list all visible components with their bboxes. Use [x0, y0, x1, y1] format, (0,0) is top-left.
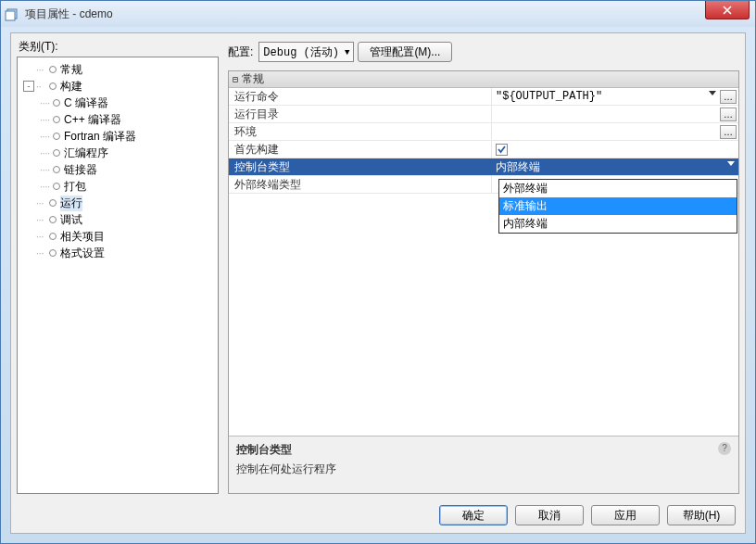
config-row: 配置: Debug (活动) ▼ 管理配置(M)... [228, 39, 739, 65]
prop-env[interactable]: 环境 … [229, 123, 738, 141]
tree-item-linker[interactable]: ····链接器 [36, 161, 216, 178]
browse-button[interactable]: … [720, 108, 737, 121]
dialog-buttons: 确定 取消 应用 帮助(H) [439, 505, 736, 525]
tree-item-debug[interactable]: ···调试 [19, 211, 216, 228]
tree-item-packager[interactable]: ····打包 [36, 178, 216, 195]
config-select[interactable]: Debug (活动) ▼ [258, 42, 354, 62]
chevron-down-icon: ▼ [345, 47, 349, 57]
dialog-window: 项目属性 - cdemo 类别(T): ···常规 -··构建 ····C 编译… [0, 0, 756, 544]
tree-item-cpp-compiler[interactable]: ····C++ 编译器 [36, 111, 216, 128]
chevron-down-icon[interactable] [709, 91, 716, 95]
dropdown-option-internal[interactable]: 内部终端 [499, 215, 737, 233]
browse-button[interactable]: … [720, 90, 737, 104]
properties-panel: ⊟ 常规 运行命令 "${OUTPUT_PATH}" … 运行目录 … [228, 70, 739, 494]
help-button[interactable]: 帮助(H) [667, 505, 736, 525]
apply-button[interactable]: 应用 [591, 505, 660, 525]
help-icon[interactable]: ? [718, 442, 731, 455]
console-type-dropdown[interactable]: 外部终端 标准输出 内部终端 [498, 179, 737, 234]
tree-item-fortran-compiler[interactable]: ····Fortran 编译器 [36, 128, 216, 145]
tree-item-c-compiler[interactable]: ····C 编译器 [36, 95, 216, 111]
manage-config-button[interactable]: 管理配置(M)... [358, 42, 452, 62]
app-icon [5, 6, 19, 21]
category-label: 类别(T): [17, 39, 219, 55]
category-tree[interactable]: ···常规 -··构建 ····C 编译器 ····C++ 编译器 ····Fo… [17, 57, 219, 494]
dropdown-option-external[interactable]: 外部终端 [499, 180, 737, 197]
collapse-icon[interactable]: ⊟ [233, 74, 238, 84]
prop-run-command[interactable]: 运行命令 "${OUTPUT_PATH}" … [229, 88, 738, 106]
main-panel: 配置: Debug (活动) ▼ 管理配置(M)... ⊟ 常规 运行命令 [228, 39, 739, 494]
window-title: 项目属性 - cdemo [25, 6, 113, 22]
chevron-down-icon[interactable] [727, 161, 735, 166]
titlebar[interactable]: 项目属性 - cdemo [1, 1, 755, 27]
ok-button[interactable]: 确定 [439, 505, 508, 525]
tree-item-build[interactable]: -··构建 [19, 78, 216, 95]
prop-run-dir[interactable]: 运行目录 … [229, 106, 738, 123]
description-body: 控制在何处运行程序 [236, 462, 731, 477]
prop-build-first[interactable]: 首先构建 [229, 141, 738, 158]
tree-item-run[interactable]: ···运行 [19, 195, 216, 211]
build-first-checkbox[interactable] [496, 144, 508, 156]
svg-rect-1 [6, 11, 15, 20]
description-title: 控制台类型 [236, 442, 731, 458]
cancel-button[interactable]: 取消 [515, 505, 584, 525]
tree-item-related[interactable]: ···相关项目 [19, 228, 216, 245]
collapse-icon[interactable]: - [23, 81, 34, 92]
category-sidebar: 类别(T): ···常规 -··构建 ····C 编译器 ····C++ 编译器… [17, 39, 219, 494]
tree-item-formatting[interactable]: ···格式设置 [19, 245, 216, 261]
tree-item-general[interactable]: ···常规 [19, 61, 216, 78]
config-label: 配置: [228, 44, 253, 60]
tree-item-assembler[interactable]: ····汇编程序 [36, 145, 216, 161]
dialog-content: 类别(T): ···常规 -··构建 ····C 编译器 ····C++ 编译器… [10, 32, 746, 534]
close-button[interactable] [705, 1, 750, 19]
section-header[interactable]: ⊟ 常规 [229, 71, 738, 88]
dropdown-option-stdout[interactable]: 标准输出 [499, 197, 737, 215]
description-panel: ? 控制台类型 控制在何处运行程序 [229, 436, 738, 493]
prop-console-type[interactable]: 控制台类型 内部终端 [229, 158, 738, 176]
browse-button[interactable]: … [720, 125, 737, 139]
